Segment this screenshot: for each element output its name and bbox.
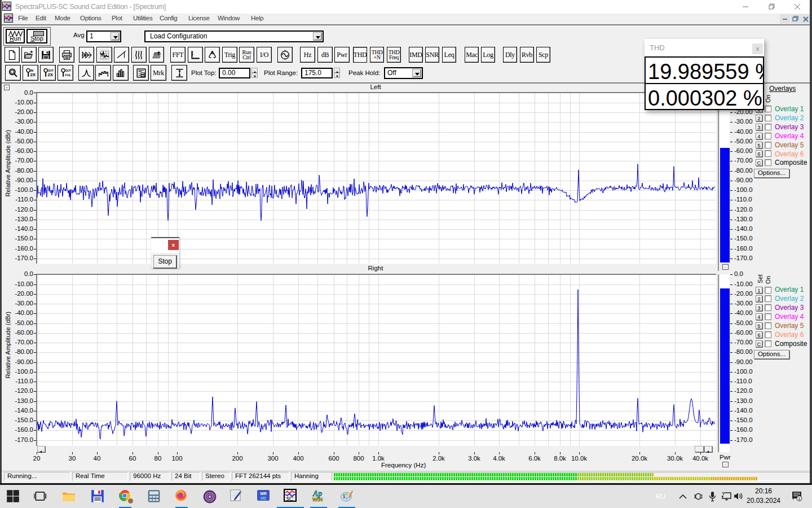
- svg-text:IN: IN: [30, 68, 33, 72]
- svg-text:OUT: OUT: [47, 69, 53, 72]
- svg-text:HD: HD: [261, 496, 266, 500]
- svg-text:2X: 2X: [30, 72, 36, 77]
- svg-text:2X: 2X: [47, 72, 53, 77]
- svg-text:FULL: FULL: [65, 73, 71, 77]
- svg-text:WIN: WIN: [312, 496, 323, 502]
- svg-text:WR: WR: [260, 492, 267, 496]
- svg-text:SC: SC: [286, 496, 293, 502]
- svg-text:1: 1: [798, 496, 801, 501]
- svg-text:OUT: OUT: [65, 69, 70, 72]
